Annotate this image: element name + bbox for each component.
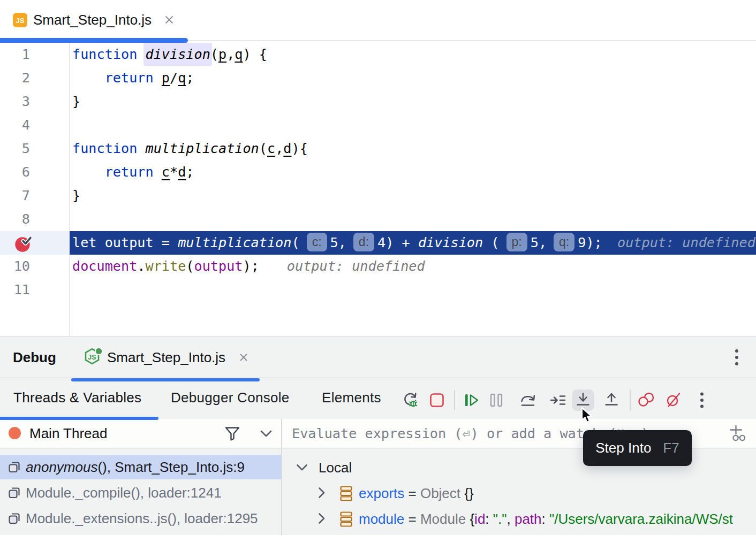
session-tab-label: Smart_Step_Into.js [107, 349, 225, 366]
tab-threads-variables[interactable]: Threads & Variables [13, 379, 141, 416]
thread-status-dot [9, 427, 21, 439]
code-line[interactable]: 10document.write(output);output: undefin… [0, 255, 756, 278]
code-text: return p/q; [72, 66, 194, 90]
view-breakpoints-button[interactable] [636, 389, 657, 411]
code-line[interactable]: 11 [0, 278, 756, 302]
debug-session-tab[interactable]: JS Smart_Step_Into.js [71, 337, 249, 378]
frame-label: anonymous(), Smart_Step_Into.js:9 [26, 455, 245, 479]
inline-debugger-value: output: undefined [617, 231, 755, 255]
variable-text: module = Module {id: ".", path: "/Users/… [359, 506, 733, 532]
line-number: 4 [0, 113, 30, 137]
line-number: 2 [0, 66, 30, 90]
frame-label: Module._extensions..js(), loader:1295 [26, 506, 258, 531]
step-out-button[interactable] [601, 389, 622, 411]
toolbar-group-separator [454, 390, 455, 410]
breakpoint-icon[interactable] [14, 235, 33, 254]
chevron-right-icon[interactable] [318, 487, 326, 499]
code-text: function multiplication(c,d){ [72, 137, 308, 160]
selected-debug-tab-underline [0, 417, 158, 420]
variable-icon [340, 511, 352, 527]
frame-label: Module._compile(), loader:1241 [26, 480, 222, 505]
debug-panel-title: Debug [13, 337, 56, 378]
nodejs-icon: JS [84, 347, 103, 368]
mute-breakpoints-button[interactable] [663, 389, 684, 411]
frames-list: anonymous(), Smart_Step_Into.js:9 Module… [0, 449, 281, 535]
force-step-into-button[interactable] [547, 389, 569, 411]
code-text: document.write(output);output: undefined [72, 255, 425, 278]
svg-text:JS: JS [88, 354, 96, 361]
inline-debugger-value: output: undefined [287, 258, 425, 274]
add-watch-icon[interactable] [729, 425, 747, 443]
toolbar-group-separator [630, 390, 631, 410]
debugger-toolbar: Threads & Variables Debugger Console Ele… [0, 379, 756, 419]
stop-button[interactable] [426, 389, 448, 411]
chevron-down-icon[interactable] [260, 430, 272, 437]
editor-tab-bar: JS Smart_Step_Into.js [0, 0, 756, 43]
chevron-down-icon[interactable] [296, 464, 308, 471]
code-line[interactable]: 4 [0, 113, 756, 137]
tooltip-label: Step Into [595, 440, 651, 456]
line-number: 8 [0, 208, 30, 231]
tab-debugger-console[interactable]: Debugger Console [171, 379, 290, 416]
mouse-cursor [581, 407, 595, 425]
line-number: 11 [0, 278, 30, 302]
more-options-icon[interactable] [729, 347, 744, 368]
code-line[interactable]: 1function division(p,q) { [0, 43, 756, 66]
line-number: 5 [0, 137, 30, 160]
editor-code-lines: 1function division(p,q) {2 return p/q;3}… [0, 43, 756, 302]
inline-parameter-hint: p: [506, 233, 527, 251]
line-number: 6 [0, 160, 30, 184]
code-editor[interactable]: 1function division(p,q) {2 return p/q;3}… [0, 43, 756, 336]
frames-pane: Main Thread anonymous(), Smart_Step_Into… [0, 419, 281, 535]
code-line[interactable]: let output = multiplication(c:5,d:4) + d… [0, 231, 756, 255]
variable-text: exports = Object {} [359, 480, 474, 506]
line-number: 3 [0, 90, 30, 113]
resume-button[interactable] [461, 389, 482, 411]
step-over-button[interactable] [517, 389, 539, 411]
step-into-tooltip: Step Into F7 [583, 430, 692, 466]
code-line[interactable]: 6 return c*d; [0, 160, 756, 184]
line-number: 10 [0, 255, 30, 278]
stack-frame-icon [7, 511, 21, 525]
webstorm-debugger-window: { "accent_colors": { "tab_underline_blue… [0, 0, 756, 535]
frame-row[interactable]: Module._extensions..js(), loader:1295 [0, 506, 281, 531]
thread-label: Main Thread [29, 419, 108, 448]
variable-row[interactable]: module = Module {id: ".", path: "/Users/… [282, 506, 756, 532]
editor-tab-label: Smart_Step_Into.js [33, 12, 152, 28]
code-text: function division(p,q) { [72, 43, 267, 66]
code-line[interactable]: 7} [0, 184, 756, 208]
tab-elements[interactable]: Elements [322, 379, 381, 416]
close-icon[interactable] [163, 14, 175, 26]
rerun-debug-button[interactable] [399, 389, 421, 411]
debug-header: Debug JS Smart_Step_Into.js [0, 337, 756, 378]
frame-row[interactable]: anonymous(), Smart_Step_Into.js:9 [0, 455, 281, 479]
inline-parameter-hint: c: [307, 233, 327, 251]
stack-frame-icon [7, 486, 21, 500]
editor-tab[interactable]: JS Smart_Step_Into.js [13, 0, 175, 40]
code-line[interactable]: 8 [0, 208, 756, 231]
code-text: let output = multiplication(c:5,d:4) + d… [72, 231, 602, 255]
code-text: } [72, 184, 80, 208]
toolbar-more-icon[interactable] [691, 389, 713, 411]
pause-button[interactable] [486, 389, 507, 411]
code-line[interactable]: 2 return p/q; [0, 66, 756, 90]
variable-icon [340, 486, 352, 501]
scope-group-label: Local [319, 455, 352, 480]
close-icon[interactable] [238, 352, 249, 363]
line-number: 1 [0, 43, 30, 66]
code-text: } [72, 90, 80, 113]
svg-text:JS: JS [16, 17, 25, 25]
inline-parameter-hint: q: [554, 233, 574, 251]
code-line[interactable]: 3} [0, 90, 756, 113]
line-number: 7 [0, 184, 30, 208]
js-file-icon: JS [13, 13, 27, 27]
frame-row[interactable]: Module._compile(), loader:1241 [0, 480, 281, 505]
code-line[interactable]: 5function multiplication(c,d){ [0, 137, 756, 160]
thread-selector[interactable]: Main Thread [0, 419, 281, 448]
stack-frame-icon [7, 460, 21, 474]
variable-row[interactable]: exports = Object {} [282, 480, 756, 506]
chevron-right-icon[interactable] [318, 513, 326, 524]
filter-icon[interactable] [224, 426, 240, 442]
code-text: return c*d; [72, 160, 194, 184]
inline-parameter-hint: d: [353, 233, 374, 251]
